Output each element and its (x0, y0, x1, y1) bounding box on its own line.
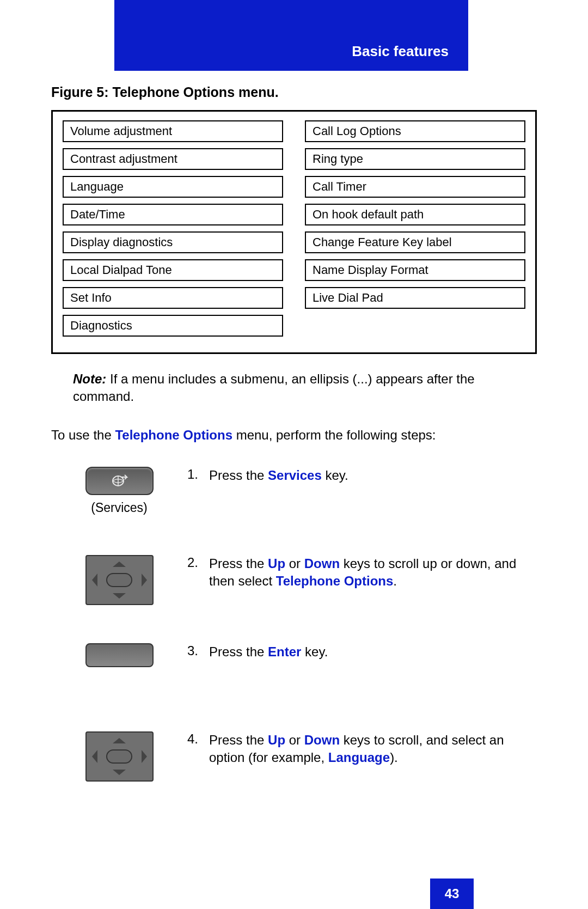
txt: or (285, 556, 304, 571)
options-menu-figure: Volume adjustment Contrast adjustment La… (51, 110, 537, 354)
txt: Press the (209, 556, 268, 571)
down-arrow-icon (113, 593, 126, 599)
down-arrow-icon (113, 770, 126, 775)
note-label: Note: (73, 371, 106, 386)
menu-item: Change Feature Key label (305, 231, 525, 253)
kw-language: Language (328, 750, 390, 765)
kw-up: Up (268, 733, 285, 747)
steps-list: (Services) 1. Press the Services key. (51, 467, 537, 786)
step-number: 1. (187, 467, 209, 484)
left-arrow-icon (92, 574, 97, 587)
txt: Press the (209, 644, 268, 659)
step-icon-col: (Services) (51, 467, 187, 515)
step-2: 2. Press the Up or Down keys to scroll u… (51, 555, 537, 609)
step-number: 4. (187, 731, 209, 767)
enter-key-icon (85, 643, 154, 667)
menu-item: Language (63, 176, 283, 198)
menu-item: Set Info (63, 287, 283, 309)
note-block: Note: If a menu includes a submenu, an e… (73, 370, 537, 406)
kw-enter: Enter (268, 644, 301, 659)
figure-caption: Figure 5: Telephone Options menu. (51, 84, 537, 100)
menu-item: Date/Time (63, 204, 283, 225)
txt: Press the (209, 468, 268, 483)
menu-item: Contrast adjustment (63, 148, 283, 170)
menu-item: Call Timer (305, 176, 525, 198)
step-body: Press the Services key. (209, 467, 348, 484)
menu-item: Display diagnostics (63, 231, 283, 253)
step-icon-col (51, 643, 187, 667)
navigation-key-icon (85, 731, 154, 782)
kw-telephone-options: Telephone Options (276, 574, 394, 588)
globe-arrow-icon (109, 473, 129, 489)
txt: ). (390, 750, 398, 765)
step-body: Press the Up or Down keys to scroll up o… (209, 555, 537, 590)
menu-item: On hook default path (305, 204, 525, 225)
kw-up: Up (268, 556, 285, 571)
menu-item: Local Dialpad Tone (63, 259, 283, 281)
kw-down: Down (304, 556, 340, 571)
intro-keyword: Telephone Options (115, 428, 232, 442)
intro-text: To use the Telephone Options menu, perfo… (51, 428, 537, 443)
menu-item: Diagnostics (63, 315, 283, 337)
step-4: 4. Press the Up or Down keys to scroll, … (51, 731, 537, 786)
step-3: 3. Press the Enter key. (51, 643, 537, 698)
menu-item: Ring type (305, 148, 525, 170)
nav-center-icon (106, 573, 132, 587)
menu-item: Volume adjustment (63, 120, 283, 142)
step-text: 2. Press the Up or Down keys to scroll u… (187, 555, 537, 590)
step-text: 4. Press the Up or Down keys to scroll, … (187, 731, 537, 767)
step-number: 3. (187, 643, 209, 661)
step-icon-col (51, 555, 187, 605)
note-text: If a menu includes a submenu, an ellipsi… (73, 371, 475, 404)
kw-services: Services (268, 468, 322, 483)
txt: key. (322, 468, 348, 483)
step-text: 1. Press the Services key. (187, 467, 537, 484)
menu-item: Live Dial Pad (305, 287, 525, 309)
txt: or (285, 733, 304, 747)
menu-column-left: Volume adjustment Contrast adjustment La… (63, 120, 283, 343)
right-arrow-icon (142, 574, 147, 587)
step-body: Press the Up or Down keys to scroll, and… (209, 731, 537, 767)
step-body: Press the Enter key. (209, 643, 328, 661)
txt: . (393, 574, 397, 588)
page-content: Figure 5: Telephone Options menu. Volume… (51, 84, 537, 820)
intro-post: menu, perform the following steps: (232, 428, 436, 442)
kw-down: Down (304, 733, 340, 747)
step-icon-col (51, 731, 187, 782)
navigation-key-icon (85, 555, 154, 605)
right-arrow-icon (142, 750, 147, 763)
menu-column-right: Call Log Options Ring type Call Timer On… (305, 120, 525, 343)
page-number: 43 (445, 886, 460, 901)
step-text: 3. Press the Enter key. (187, 643, 537, 661)
menu-item: Call Log Options (305, 120, 525, 142)
section-title: Basic features (352, 43, 449, 60)
left-arrow-icon (92, 750, 97, 763)
section-header: Basic features (114, 0, 468, 71)
up-arrow-icon (113, 562, 126, 567)
txt: Press the (209, 733, 268, 747)
page-number-tab: 43 (430, 879, 474, 909)
nav-center-icon (106, 749, 132, 764)
up-arrow-icon (113, 738, 126, 743)
step-1: (Services) 1. Press the Services key. (51, 467, 537, 521)
services-key-icon (85, 467, 154, 495)
intro-pre: To use the (51, 428, 115, 442)
services-caption: (Services) (91, 501, 148, 515)
menu-item: Name Display Format (305, 259, 525, 281)
txt: key. (301, 644, 328, 659)
step-number: 2. (187, 555, 209, 590)
